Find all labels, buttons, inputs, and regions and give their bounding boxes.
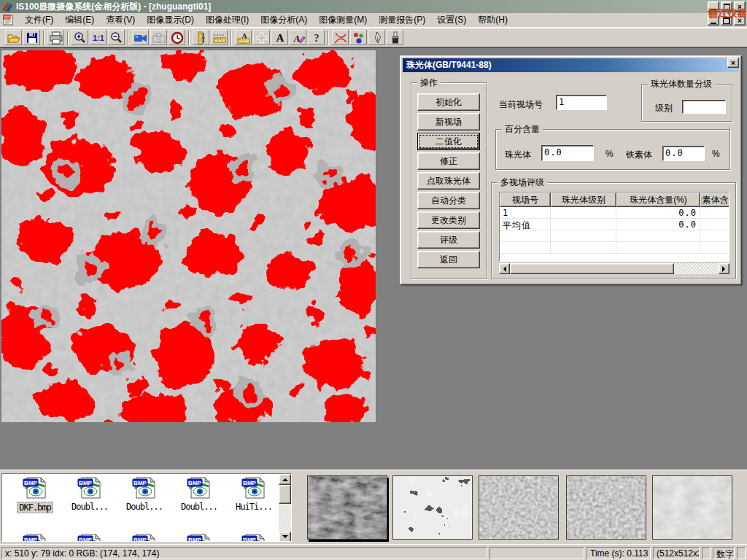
toolbar-separator — [67, 31, 69, 45]
file-item[interactable]: Doubl... — [120, 477, 169, 512]
menu-help[interactable]: 帮助(H) — [472, 12, 514, 28]
current-field-input[interactable]: 1 — [556, 95, 607, 110]
caliper-measure-button[interactable] — [192, 29, 210, 46]
zoom-out-button[interactable] — [107, 29, 125, 46]
cursor-position-panel: x: 510 y: 79 idx: 0 RGB: (174, 174, 174) — [1, 547, 487, 559]
edit-text-button[interactable]: A — [289, 29, 307, 46]
file-item[interactable] — [120, 534, 169, 542]
level-input[interactable] — [682, 100, 726, 114]
file-item[interactable] — [175, 534, 223, 542]
scroll-up-button[interactable] — [279, 474, 291, 485]
file-item[interactable] — [66, 534, 114, 542]
app-icon — [1, 1, 13, 12]
binarize-button[interactable]: 二值化 — [417, 133, 480, 150]
menu-view[interactable]: 查看(V) — [100, 12, 141, 28]
pearlite-percent-input[interactable]: 0.0 — [541, 145, 594, 161]
menu-edit[interactable]: 编辑(E) — [59, 12, 100, 28]
photo-capture-button[interactable] — [150, 29, 168, 46]
text-tool-button[interactable]: A — [271, 29, 289, 46]
bmp-file-icon — [187, 477, 212, 499]
help-button[interactable]: ? — [307, 29, 325, 46]
file-name: Doubl... — [179, 502, 219, 512]
pick-pearlite-button[interactable]: 点取珠光体 — [417, 172, 480, 190]
brush-icon — [388, 31, 403, 44]
current-field-label: 当前视场号 — [499, 98, 543, 111]
file-item[interactable] — [230, 534, 278, 542]
zoom-in-icon — [73, 31, 88, 44]
toolbar-separator — [231, 31, 232, 45]
curve-tool-button[interactable] — [331, 29, 349, 46]
table-hscrollbar[interactable] — [499, 263, 729, 274]
brush-tool-button[interactable] — [386, 29, 404, 46]
grading-group-label: 珠光体数量分级 — [648, 79, 715, 89]
dialog-close-button[interactable]: × — [727, 58, 739, 68]
toolbar-separator — [128, 31, 129, 45]
empty-panel — [737, 547, 746, 559]
rating-group: 多视场评级 视场号 珠光体级别 珠光体含量(%) 铁素体含量(%) 1 0.0 — [491, 182, 736, 279]
specimen-image[interactable] — [1, 50, 376, 422]
table-row[interactable]: 平均值 0.0 — [500, 219, 729, 230]
scroll-left-button[interactable] — [499, 263, 510, 274]
rate-button[interactable]: 评级 — [417, 231, 480, 249]
menu-image-display[interactable]: 图像显示(D) — [141, 12, 200, 28]
thumbnail-image[interactable] — [479, 475, 559, 540]
open-button[interactable] — [4, 29, 23, 46]
move-cross-icon — [255, 31, 269, 44]
menu-settings[interactable]: 设置(S) — [431, 12, 472, 28]
thumbnail-image[interactable] — [652, 475, 732, 540]
measure-annotate-button[interactable]: A — [234, 29, 252, 46]
scroll-track[interactable] — [674, 263, 719, 274]
title-bar: IS100显微摄像系统(金相分析版) - [zhuguangti01] × — [0, 0, 747, 13]
ferrite-percent-input[interactable]: 0.0 — [662, 146, 705, 161]
auto-classify-button[interactable]: 自动分类 — [417, 192, 480, 209]
svg-text:A: A — [241, 32, 247, 39]
bmp-file-icon — [132, 534, 157, 542]
file-item[interactable]: Doubl... — [66, 477, 114, 512]
rating-table[interactable]: 视场号 珠光体级别 珠光体含量(%) 铁素体含量(%) 1 0.0 平均值 — [499, 192, 729, 262]
timer-button[interactable] — [168, 29, 186, 46]
file-list-vscrollbar[interactable] — [279, 474, 291, 542]
table-row[interactable]: 1 0.0 — [500, 207, 729, 219]
print-button[interactable] — [47, 29, 65, 46]
return-button[interactable]: 返回 — [417, 251, 480, 268]
init-button[interactable]: 初始化 — [417, 93, 480, 111]
thumbnail-image[interactable] — [566, 475, 646, 540]
file-item[interactable] — [11, 534, 59, 542]
scroll-thumb[interactable] — [510, 263, 674, 274]
edit-text-icon: A — [291, 31, 306, 44]
save-button[interactable] — [23, 29, 41, 46]
menu-measure-report[interactable]: 测量报告(P) — [373, 12, 431, 28]
change-class-button[interactable]: 更改类别 — [417, 211, 480, 229]
menu-image-measure[interactable]: 图像测量(M) — [313, 12, 373, 28]
col-field-number: 视场号 — [500, 192, 551, 207]
video-capture-button[interactable] — [131, 29, 150, 46]
menu-image-analysis[interactable]: 图像分析(A) — [255, 12, 313, 28]
application-window: IS100显微摄像系统(金相分析版) - [zhuguangti01] × 丽江… — [0, 0, 747, 560]
menu-file[interactable]: 文件(F) — [19, 12, 59, 28]
file-name: Doubl... — [125, 502, 164, 512]
file-item[interactable]: Doubl... — [175, 477, 223, 512]
dialog-title-bar[interactable]: 珠光体(GB/T9441-88) — [403, 58, 739, 72]
floppy-icon — [25, 31, 39, 44]
correct-button[interactable]: 修正 — [417, 152, 480, 170]
move-tool-button[interactable] — [252, 29, 271, 46]
pen-tool-button[interactable] — [368, 29, 386, 46]
bmp-file-icon — [23, 534, 47, 542]
actual-size-button[interactable]: 1:1 — [89, 29, 107, 46]
scroll-right-button[interactable] — [719, 263, 729, 274]
file-item[interactable]: DKF.bmp — [11, 477, 59, 513]
ruler-measure-button[interactable] — [210, 29, 228, 46]
still-camera-icon — [152, 31, 166, 44]
scroll-thumb[interactable] — [279, 485, 291, 504]
file-list-panel: DKF.bmp Doubl... Doubl... Doubl... HuiTi… — [1, 473, 292, 542]
scroll-down-button[interactable] — [279, 532, 291, 542]
file-item[interactable]: HuiTi... — [230, 477, 278, 512]
particle-classify-button[interactable] — [349, 29, 368, 46]
thumbnail-image[interactable] — [307, 475, 387, 540]
menu-image-process[interactable]: 图像处理(I) — [200, 12, 255, 28]
thumbnail-image[interactable] — [392, 475, 473, 540]
zoom-in-button[interactable] — [71, 29, 89, 46]
new-field-button[interactable]: 新视场 — [417, 113, 480, 131]
bmp-file-icon — [23, 477, 47, 499]
pen-icon — [370, 31, 384, 44]
